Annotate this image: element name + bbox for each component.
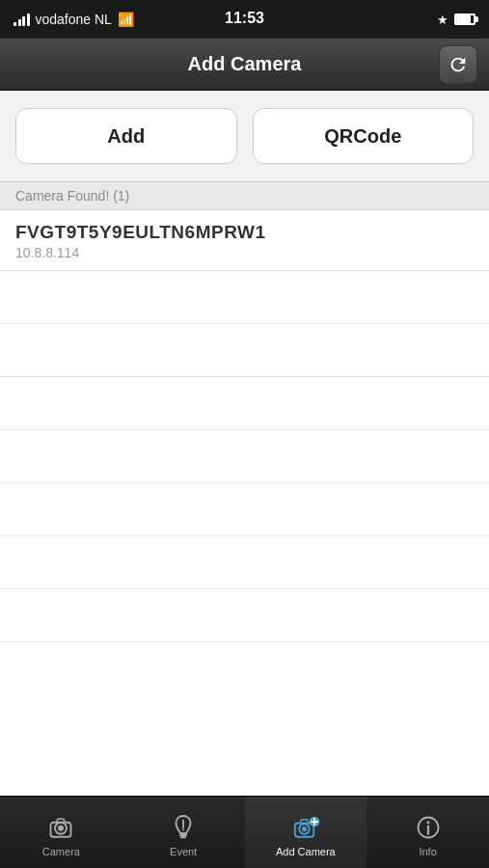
signal-bar-1 [14, 22, 16, 26]
empty-row-3 [0, 377, 489, 430]
section-header: Camera Found! (1) [0, 181, 489, 210]
add-button[interactable]: Add [15, 108, 237, 164]
empty-row-2 [0, 324, 489, 377]
tab-event[interactable]: Event [122, 797, 245, 868]
camera-item[interactable]: FVGT9T5Y9EULTN6MPRW1 10.8.8.114 [0, 210, 489, 271]
camera-ip: 10.8.8.114 [15, 245, 474, 260]
bluetooth-icon: ★ [437, 13, 448, 27]
event-tab-icon [169, 813, 198, 842]
empty-row-7 [0, 589, 489, 642]
svg-point-6 [182, 828, 184, 830]
page-title: Add Camera [188, 53, 302, 75]
svg-point-1 [58, 826, 64, 831]
signal-bar-4 [27, 14, 30, 26]
svg-point-15 [426, 821, 429, 824]
refresh-button[interactable] [439, 45, 477, 84]
status-bar: vodafone NL 📶 11:53 ★ [0, 0, 489, 39]
wifi-icon: 📶 [118, 12, 134, 27]
signal-bar-2 [18, 19, 21, 26]
add-camera-tab-icon [291, 813, 320, 842]
svg-rect-3 [179, 833, 187, 836]
camera-tab-label: Camera [42, 846, 80, 857]
event-tab-label: Event [170, 846, 197, 857]
info-tab-icon [414, 813, 443, 842]
qrcode-button[interactable]: QRCode [253, 108, 475, 164]
camera-id: FVGT9T5Y9EULTN6MPRW1 [15, 222, 474, 243]
battery-fill [456, 15, 471, 23]
status-right: ★ [437, 13, 475, 27]
tab-bar: Camera Event Add Camera [0, 796, 489, 868]
empty-row-5 [0, 483, 489, 536]
signal-bars [14, 13, 30, 26]
camera-tab-icon [46, 813, 75, 842]
svg-point-8 [302, 827, 307, 831]
svg-rect-4 [180, 836, 186, 838]
tab-add-camera[interactable]: Add Camera [245, 797, 367, 868]
tab-camera[interactable]: Camera [0, 797, 122, 868]
nav-bar: Add Camera [0, 39, 489, 91]
empty-row-1 [0, 271, 489, 324]
main-content: Add QRCode Camera Found! (1) FVGT9T5Y9EU… [0, 91, 489, 796]
carrier-label: vodafone NL [36, 12, 112, 27]
add-camera-tab-label: Add Camera [276, 846, 336, 857]
refresh-icon [448, 54, 469, 75]
buttons-row: Add QRCode [0, 91, 489, 181]
battery-icon [454, 14, 475, 25]
tab-info[interactable]: Info [367, 797, 489, 868]
status-time: 11:53 [225, 10, 264, 27]
empty-row-4 [0, 430, 489, 483]
info-tab-label: Info [419, 846, 436, 857]
camera-list: FVGT9T5Y9EULTN6MPRW1 10.8.8.114 [0, 210, 489, 642]
signal-bar-3 [22, 16, 25, 26]
status-left: vodafone NL 📶 [14, 12, 134, 27]
empty-row-6 [0, 536, 489, 589]
